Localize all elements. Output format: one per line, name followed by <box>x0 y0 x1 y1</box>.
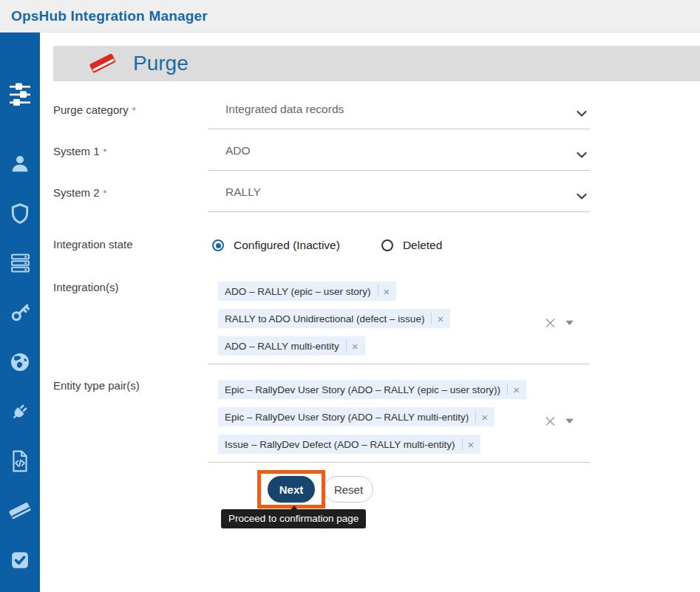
integration-chip: RALLY to ADO Unidirectional (defect – is… <box>218 309 450 328</box>
servers-icon <box>10 254 30 276</box>
user-icon <box>10 154 30 177</box>
reset-button[interactable]: Reset <box>324 476 373 503</box>
integration-chip: ADO – RALLY (epic – user story) × <box>218 282 396 301</box>
system-1-value: ADO <box>225 144 251 157</box>
shield-icon <box>10 203 30 227</box>
chip-remove-icon[interactable]: × <box>481 412 488 422</box>
app-title: OpsHub Integration Manager <box>11 8 208 24</box>
globe-icon <box>10 352 30 375</box>
annotation-highlight-box: Next <box>257 470 325 508</box>
dropdown-caret-icon[interactable] <box>565 418 574 423</box>
purge-form: Purge category* Integrated data records … <box>53 101 590 553</box>
sidebar-item-users[interactable] <box>0 140 40 190</box>
required-marker: * <box>103 188 107 199</box>
sidebar-item-configuration[interactable] <box>0 65 40 127</box>
chip-remove-icon[interactable]: × <box>437 314 444 324</box>
sidebar-item-purge[interactable] <box>0 487 40 537</box>
required-marker: * <box>103 146 107 157</box>
purge-category-value: Integrated data records <box>225 103 344 116</box>
chip-remove-icon[interactable]: × <box>384 287 390 296</box>
radio-deleted[interactable]: Deleted <box>381 239 442 252</box>
radio-label: Deleted <box>403 239 442 252</box>
sidebar-item-global[interactable] <box>0 338 40 388</box>
purge-category-label: Purge category* <box>53 101 208 129</box>
page-title: Purge <box>133 52 188 75</box>
chip-remove-icon[interactable]: × <box>468 440 475 449</box>
system-1-label: System 1* <box>53 143 208 171</box>
integrations-row: Integration(s) ADO – RALLY (epic – user … <box>53 279 590 364</box>
sliders-icon <box>9 83 31 109</box>
key-icon <box>10 302 30 325</box>
next-button[interactable]: Next <box>268 476 315 503</box>
radio-selected-icon[interactable] <box>212 239 224 251</box>
system-1-select[interactable]: ADO <box>208 143 590 171</box>
entity-type-pairs-multiselect[interactable]: Epic – RallyDev User Story (ADO – RALLY … <box>208 380 590 463</box>
entity-type-pairs-row: Entity type pair(s) Epic – RallyDev User… <box>53 377 590 463</box>
sidebar <box>0 33 40 592</box>
integration-state-row: Integration state Configured (Inactive) … <box>53 236 590 252</box>
actions-row: Next Reset Proceed to confirmation page <box>53 470 590 553</box>
system-2-select[interactable]: RALLY <box>208 184 590 212</box>
page-banner: Purge <box>53 46 700 81</box>
integration-state-label: Integration state <box>53 236 208 252</box>
chevron-down-icon <box>577 189 587 203</box>
sidebar-item-connections[interactable] <box>0 388 40 438</box>
sidebar-item-scripts[interactable] <box>0 438 40 487</box>
eraser-icon <box>9 501 31 523</box>
eraser-icon <box>89 52 117 75</box>
next-button-tooltip: Proceed to confirmation page <box>221 509 366 528</box>
entity-pair-chip: Epic – RallyDev User Story (ADO – RALLY … <box>218 380 526 399</box>
radio-label: Configured (Inactive) <box>234 239 340 252</box>
app-header: OpsHub Integration Manager <box>0 0 700 33</box>
sidebar-item-credentials[interactable] <box>0 289 40 338</box>
integration-chip: ADO – RALLY multi-entity × <box>218 336 365 355</box>
dropdown-caret-icon[interactable] <box>565 320 574 325</box>
sidebar-item-security[interactable] <box>0 190 40 239</box>
entity-pair-chip: Epic – RallyDev User Story (ADO – RALLY … <box>218 407 495 426</box>
entity-type-pairs-label: Entity type pair(s) <box>53 377 208 463</box>
chip-remove-icon[interactable]: × <box>513 385 520 395</box>
system-2-label: System 2* <box>53 184 208 212</box>
system-2-row: System 2* RALLY <box>53 184 590 212</box>
sidebar-item-approvals[interactable] <box>0 537 40 586</box>
chevron-down-icon <box>577 106 587 120</box>
clear-selection-icon[interactable] <box>545 415 556 426</box>
entity-pair-chip: Issue – RallyDev Defect (ADO – RALLY mul… <box>218 435 480 454</box>
code-file-icon <box>10 450 30 475</box>
purge-category-select[interactable]: Integrated data records <box>208 101 590 129</box>
radio-configured-inactive[interactable]: Configured (Inactive) <box>212 239 340 252</box>
sidebar-item-systems[interactable] <box>0 239 40 289</box>
system-1-row: System 1* ADO <box>53 143 590 171</box>
required-marker: * <box>132 105 136 116</box>
main-content: Purge Purge category* Integrated data re… <box>40 33 700 553</box>
radio-unselected-icon[interactable] <box>381 239 393 251</box>
purge-category-row: Purge category* Integrated data records <box>53 101 590 129</box>
check-square-icon <box>10 551 30 573</box>
system-2-value: RALLY <box>225 186 261 199</box>
plug-icon <box>10 401 30 425</box>
clear-selection-icon[interactable] <box>545 317 556 328</box>
integrations-label: Integration(s) <box>53 279 208 364</box>
chip-remove-icon[interactable]: × <box>352 341 359 351</box>
integrations-multiselect[interactable]: ADO – RALLY (epic – user story) × RALLY … <box>208 282 590 364</box>
chevron-down-icon <box>577 148 587 161</box>
